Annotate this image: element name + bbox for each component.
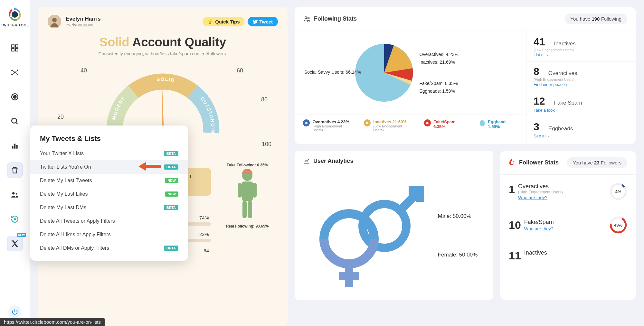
user-analytics-card: User Analytics <box>295 151 493 300</box>
chart-icon <box>303 157 310 164</box>
popup-item-6[interactable]: Delete All Likes or Apply Filters <box>30 228 188 241</box>
svg-line-42 <box>401 194 417 209</box>
stat-row: 3EggheadsSee all › <box>526 117 636 143</box>
svg-point-25 <box>52 18 57 22</box>
popup-item-7[interactable]: Delete All DMs or Apply FiltersBETA <box>30 241 188 255</box>
popup-item-1[interactable]: Twitter Lists You're OnBETA <box>30 160 188 174</box>
svg-line-13 <box>15 72 18 75</box>
legend-item: Egghead 1.59% <box>479 119 518 132</box>
svg-rect-32 <box>242 182 253 201</box>
stat-row: 12Fake SpamTake a look › <box>526 91 636 117</box>
nav-circle[interactable] <box>7 89 22 104</box>
twitter-icon <box>253 19 258 24</box>
svg-point-38 <box>308 17 309 19</box>
svg-line-10 <box>12 70 15 73</box>
svg-point-37 <box>305 17 307 19</box>
logo-icon <box>7 7 22 22</box>
svg-rect-33 <box>238 183 242 198</box>
svg-line-11 <box>15 70 18 73</box>
svg-point-40 <box>480 120 485 126</box>
gender-chart <box>310 181 426 290</box>
following-count-pill: You have 190 Following <box>564 14 627 24</box>
nav-history[interactable] <box>7 212 22 227</box>
flame-icon <box>509 159 516 166</box>
tweet-button[interactable]: Tweet <box>248 17 278 26</box>
svg-rect-19 <box>14 144 15 149</box>
svg-rect-20 <box>16 145 17 149</box>
quality-subtitle: Consistently engaging, without/less fake… <box>48 51 278 56</box>
svg-rect-36 <box>248 201 252 218</box>
svg-rect-35 <box>242 201 247 218</box>
svg-line-12 <box>12 72 15 75</box>
status-bar: https://twitter.circleboom.com/you-are-o… <box>0 318 105 326</box>
follower-stat-row: 1Overactives(High Engagement Users)Who a… <box>500 175 636 208</box>
popup-item-5[interactable]: Delete All Tweets or Apply Filters <box>30 214 188 228</box>
person-figure: Fake Following: 6.35% Real Following: 93… <box>217 163 278 253</box>
nav-analytics[interactable] <box>7 138 22 153</box>
svg-line-17 <box>16 122 17 124</box>
popup-item-0[interactable]: Your Twitter X ListsBETA <box>30 147 188 160</box>
svg-rect-1 <box>12 45 14 47</box>
svg-rect-3 <box>12 49 14 51</box>
logo-text: TWITTER TOOL <box>1 23 29 27</box>
sidebar: TWITTER TOOL NEW <box>0 0 30 326</box>
quality-title: Solid Account Quality <box>48 35 278 49</box>
popup-item-4[interactable]: Delete My Last DMsBETA <box>30 201 188 214</box>
legend-item: ☻Fake/Spam 6.35% <box>424 119 468 132</box>
svg-rect-18 <box>12 146 13 149</box>
nav-power[interactable] <box>8 305 21 318</box>
stat-row: 41Inactives(Low Engagement Users)List al… <box>526 32 636 62</box>
nav-search[interactable] <box>7 114 22 129</box>
profile-name: Evelyn Harris <box>66 16 101 22</box>
avatar <box>48 15 61 28</box>
popup-title: My Tweets & Lists <box>30 135 188 147</box>
tweets-lists-popup: My Tweets & Lists Your Twitter X ListsBE… <box>30 126 188 261</box>
app-logo: TWITTER TOOL <box>1 7 29 27</box>
svg-rect-2 <box>15 45 18 47</box>
nav-x[interactable]: NEW <box>7 236 22 251</box>
nav-network[interactable] <box>7 65 22 80</box>
svg-point-22 <box>16 193 17 194</box>
profile-handle: evelynonpoint <box>66 22 101 27</box>
nav-dashboard[interactable] <box>7 41 22 55</box>
female-label: Female: 50.00% <box>438 252 478 258</box>
svg-rect-34 <box>253 183 257 198</box>
nav-trash[interactable] <box>7 163 22 178</box>
svg-point-23 <box>14 219 15 220</box>
quick-tips-button[interactable]: 💡 Quick Tips <box>203 17 244 26</box>
nav-users[interactable] <box>7 187 22 202</box>
follower-stat-row: 11Inactives <box>500 242 636 270</box>
svg-point-15 <box>14 96 16 98</box>
follower-stat-row: 10Fake/SpamWho are they?43% <box>500 208 636 242</box>
popup-item-2[interactable]: Delete My Last TweetsNEW <box>30 174 188 187</box>
svg-rect-4 <box>15 49 18 51</box>
users-icon <box>303 15 311 23</box>
follower-count-pill: You have 23 Followers <box>567 157 627 168</box>
svg-text:43%: 43% <box>614 223 623 228</box>
following-stats-card: Following Stats You have 190 Following S… <box>295 7 636 144</box>
svg-point-0 <box>12 11 18 18</box>
legend-item: ☻Inactives 21.69% (Low Engagement Users) <box>364 119 412 132</box>
profile: Evelyn Harris evelynonpoint <box>48 15 101 28</box>
svg-point-16 <box>12 118 16 123</box>
stat-row: 8Overactives(High Engagement Users)Find … <box>526 62 636 91</box>
follower-stats-card: Follower Stats You have 23 Followers 1Ov… <box>500 151 636 300</box>
svg-point-21 <box>12 192 15 195</box>
arrow-icon <box>137 161 162 173</box>
bulb-icon: 💡 <box>207 19 213 24</box>
male-label: Male: 50.00% <box>438 213 478 219</box>
popup-item-3[interactable]: Delete My Last LikesNEW <box>30 187 188 201</box>
legend-item: ☻Overactives 4.23%(High Engagement Users… <box>303 119 352 132</box>
svg-marker-53 <box>138 162 146 171</box>
svg-text:4%: 4% <box>615 189 621 194</box>
